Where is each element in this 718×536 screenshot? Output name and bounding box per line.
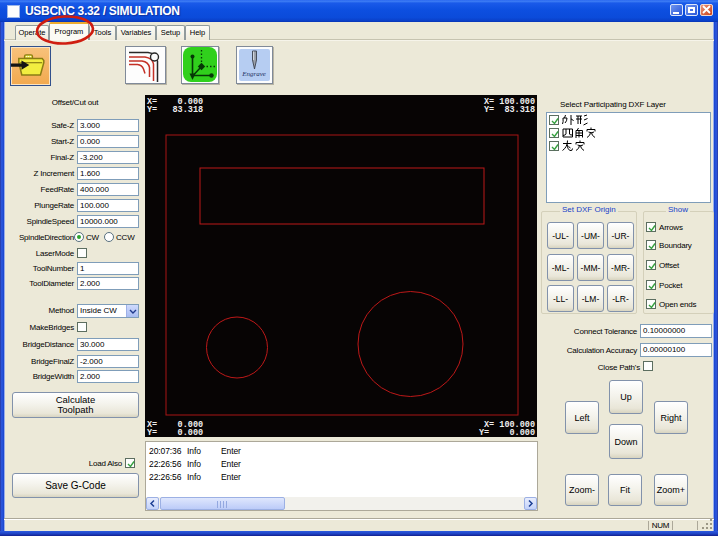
svg-text:Engrave: Engrave xyxy=(241,70,266,78)
svg-text:Y= 83.318: Y= 83.318 xyxy=(147,105,203,115)
svg-text:Y= 0.000: Y= 0.000 xyxy=(479,428,535,437)
svg-text:Y= 83.318: Y= 83.318 xyxy=(484,105,535,115)
svg-text:Y= 0.000: Y= 0.000 xyxy=(147,428,203,437)
